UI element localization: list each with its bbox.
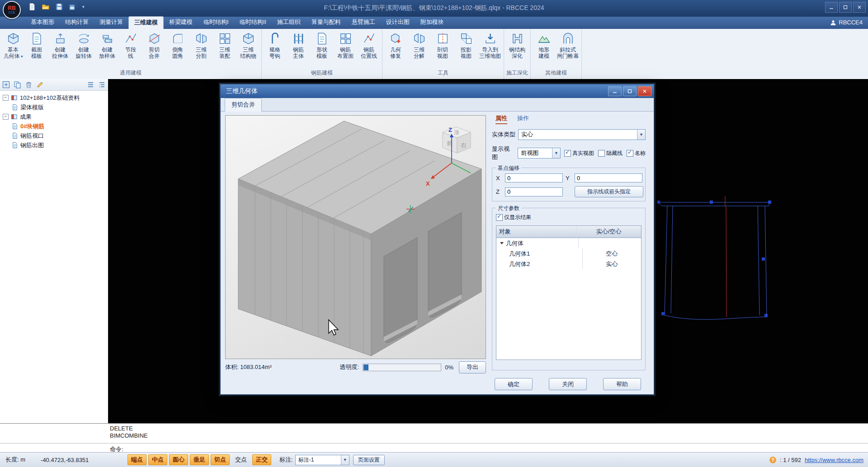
projection-view-button[interactable]: 投影视图 bbox=[454, 29, 478, 59]
checkbox-icon[interactable] bbox=[496, 214, 503, 221]
menu-tab[interactable]: 施工组织 bbox=[272, 16, 306, 29]
create-revolve-button[interactable]: 创建旋转体 bbox=[72, 29, 95, 59]
website-link[interactable]: https://www.rbcce.com bbox=[805, 457, 863, 463]
checkbox-icon[interactable] bbox=[564, 150, 571, 157]
dialog-minimize-button[interactable] bbox=[608, 86, 622, 96]
rebar-position-line-button[interactable]: 钢筋位置线 bbox=[357, 29, 381, 59]
gate-curtain-button[interactable]: 斜拉式闸门帷幕 bbox=[556, 29, 580, 59]
section-template-button[interactable]: 截面模板 bbox=[25, 29, 48, 59]
section-view-button[interactable]: 剖切视图 bbox=[431, 29, 454, 59]
segment-line-button[interactable]: 节段线 bbox=[119, 29, 142, 59]
menu-tab[interactable]: 桥梁建模 bbox=[164, 16, 198, 29]
tree-item[interactable]: −102+188+102基础资料 bbox=[1, 93, 107, 103]
command-area[interactable]: DELETEBIMCOMBINE 命令: bbox=[0, 423, 868, 453]
save-all-icon[interactable] bbox=[69, 3, 77, 11]
tree-item[interactable]: −成果 bbox=[1, 112, 107, 121]
chevron-down-icon[interactable]: ▼ bbox=[341, 455, 349, 465]
tree-expander-icon[interactable]: − bbox=[3, 95, 9, 101]
steel-detailing-button[interactable]: 钢结构深化 bbox=[505, 29, 529, 59]
create-extrude-button[interactable]: 创建拉伸体 bbox=[48, 29, 72, 59]
snap-button[interactable]: 端点 bbox=[127, 454, 146, 465]
y-offset-field[interactable] bbox=[575, 173, 642, 182]
chevron-down-icon[interactable]: ▼ bbox=[552, 148, 560, 158]
panel-outline-icon[interactable] bbox=[98, 81, 106, 89]
display-view-select[interactable]: 前视图 ▼ bbox=[518, 148, 561, 159]
tree-item[interactable]: 0#块钢筋 bbox=[1, 121, 107, 131]
table-row[interactable]: 几何体2实心 bbox=[496, 259, 641, 269]
menu-tab[interactable]: 测量计算 bbox=[94, 16, 128, 29]
dialog-maximize-button[interactable] bbox=[623, 86, 637, 96]
model-viewport[interactable]: 顶 前 右 Z X bbox=[225, 115, 486, 359]
basic-solid-button[interactable]: 基本几何体 ▾ bbox=[1, 29, 25, 60]
panel-edit-icon[interactable] bbox=[36, 81, 44, 89]
x-offset-field[interactable] bbox=[505, 173, 563, 182]
panel-copy-icon[interactable] bbox=[14, 81, 21, 89]
decompose-3d-button[interactable]: 三维分解 bbox=[407, 29, 431, 59]
chamfer-fillet-button[interactable]: 倒角圆角 bbox=[166, 29, 189, 59]
app-logo[interactable]: RB CCE bbox=[3, 1, 21, 19]
grip-handles[interactable] bbox=[657, 201, 771, 317]
create-loft-button[interactable]: 创建放样体 bbox=[95, 29, 119, 59]
snap-button[interactable]: 圆心 bbox=[169, 454, 188, 465]
menu-tab[interactable]: 设计出图 bbox=[381, 16, 415, 29]
table-row[interactable]: 几何体1空心 bbox=[496, 248, 641, 259]
menu-tab[interactable]: 三维建模 bbox=[128, 16, 164, 29]
ok-button[interactable]: 确定 bbox=[495, 378, 533, 390]
indicate-button[interactable]: 指示线或箭头指定 bbox=[575, 186, 643, 197]
rebar-layout-face-button[interactable]: 钢筋布置面 bbox=[334, 29, 357, 59]
column-solid-hollow[interactable]: 实心/空心 bbox=[576, 226, 641, 238]
close-button[interactable] bbox=[853, 2, 866, 13]
help-button[interactable]: 帮助 bbox=[603, 378, 641, 390]
z-offset-field[interactable] bbox=[505, 187, 563, 196]
realistic-view-checkbox[interactable]: 真实视图 bbox=[564, 149, 594, 157]
entity-type-select[interactable]: 实心 ▼ bbox=[518, 129, 646, 140]
menu-tab[interactable]: 结构计算 bbox=[60, 16, 94, 29]
table-row[interactable]: 几何体 bbox=[496, 238, 641, 248]
annotation-style-select[interactable]: 标注-1 ▼ bbox=[295, 455, 349, 465]
geometry-repair-button[interactable]: 几何修复 bbox=[384, 29, 407, 59]
minimize-button[interactable] bbox=[825, 2, 838, 13]
save-icon[interactable] bbox=[55, 3, 63, 11]
spec-hook-button[interactable]: 规格弯钩 bbox=[263, 29, 287, 59]
snap-button[interactable]: 中点 bbox=[148, 454, 167, 465]
opacity-slider[interactable] bbox=[363, 364, 441, 371]
assemble-3d-button[interactable]: 三维装配 bbox=[213, 29, 236, 59]
rebar-body-button[interactable]: 钢筋主体 bbox=[287, 29, 310, 59]
new-file-icon[interactable] bbox=[28, 3, 36, 11]
tab-properties[interactable]: 属性 bbox=[495, 114, 507, 124]
tab-operations[interactable]: 操作 bbox=[517, 114, 529, 124]
panel-new-icon[interactable] bbox=[2, 81, 10, 89]
name-checkbox[interactable]: 名称 bbox=[627, 149, 646, 157]
menu-tab[interactable]: 基本图形 bbox=[25, 16, 60, 29]
split-3d-button[interactable]: 三维分割 bbox=[189, 29, 213, 59]
row-expander-icon[interactable] bbox=[500, 242, 504, 244]
panel-delete-icon[interactable] bbox=[25, 81, 33, 89]
wireframe-drawing[interactable] bbox=[657, 194, 775, 330]
snap-button[interactable]: 交点 bbox=[231, 454, 250, 465]
tab-cut-merge[interactable]: 剪切合并 bbox=[225, 98, 262, 112]
menu-tab[interactable]: 悬臂施工 bbox=[346, 16, 381, 29]
snap-button[interactable]: 正交 bbox=[252, 454, 271, 465]
help-counter-icon[interactable]: ? bbox=[769, 457, 776, 463]
only-result-checkbox[interactable]: 仅显示结果 bbox=[496, 214, 642, 221]
menu-tab[interactable]: 算量与配料 bbox=[306, 16, 346, 29]
terrain-modeling-button[interactable]: 地形建模 bbox=[532, 29, 556, 59]
open-folder-icon[interactable] bbox=[42, 3, 50, 11]
dialog-close-button[interactable] bbox=[638, 86, 651, 96]
close-button[interactable]: 关闭 bbox=[549, 378, 587, 390]
menu-tab[interactable]: 临时结构II bbox=[234, 16, 272, 29]
hidden-line-checkbox[interactable]: 隐藏线 bbox=[598, 149, 623, 157]
shape-template-button[interactable]: 形状模板 bbox=[310, 29, 334, 59]
tree-item[interactable]: 梁体模版 bbox=[1, 103, 107, 112]
model-3d[interactable]: 顶 前 右 Z X bbox=[226, 116, 486, 359]
chevron-down-icon[interactable]: ▼ bbox=[637, 130, 645, 140]
opacity-slider-thumb[interactable] bbox=[363, 364, 368, 370]
panel-list-icon[interactable] bbox=[87, 81, 94, 89]
menu-tab[interactable]: 临时结构I bbox=[198, 16, 234, 29]
tree-item[interactable]: 钢筋出图 bbox=[1, 140, 107, 150]
snap-button[interactable]: 切点 bbox=[211, 454, 230, 465]
tree-item[interactable]: 钢筋视口 bbox=[1, 131, 107, 140]
import-3dmap-button[interactable]: 导入到三维地图 bbox=[478, 29, 502, 59]
user-badge[interactable]: RBCCE4 bbox=[830, 19, 863, 26]
page-setup-button[interactable]: 页面设置 bbox=[353, 455, 385, 465]
